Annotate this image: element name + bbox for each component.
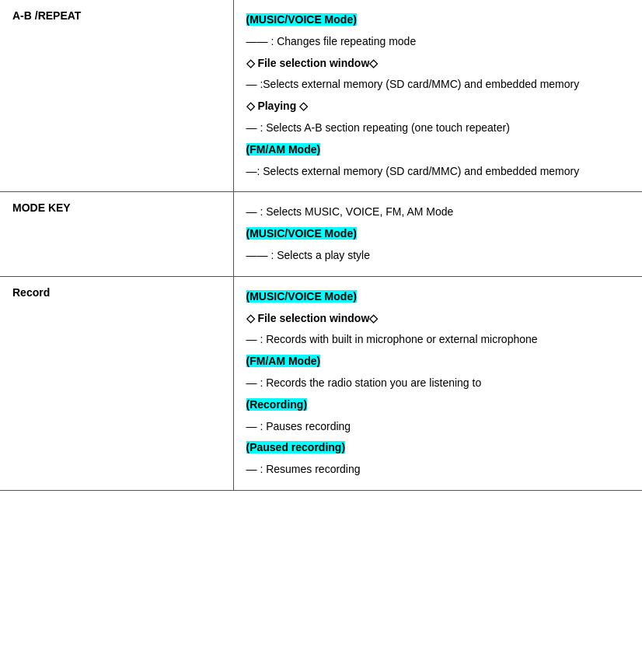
highlight-label: (MUSIC/VOICE Mode) [246,290,357,303]
row-label: Record [0,276,233,490]
content-line: — : Resumes recording [246,460,630,479]
content-line: ◇ Playing ◇ [246,97,630,116]
content-line: ◇ File selection window◇ [246,54,630,73]
row-content: (MUSIC/VOICE Mode)◇ File selection windo… [233,276,642,490]
content-line: — :Selects external memory (SD card/MMC)… [246,75,630,94]
table-row: MODE KEY— : Selects MUSIC, VOICE, FM, AM… [0,192,642,276]
content-line: —: Selects external memory (SD card/MMC)… [246,163,630,181]
content-line: —— : Selects a play style [246,247,630,265]
content-line: — : Records with built in microphone or … [246,331,630,349]
content-line: —— : Changes file repeating mode [246,33,630,51]
highlight-label: (Paused recording) [246,441,346,453]
content-line: — : Pauses recording [246,418,630,436]
highlight-label: (MUSIC/VOICE Mode) [246,227,357,240]
main-table: A-B /REPEAT(MUSIC/VOICE Mode)—— : Change… [0,0,642,491]
content-line: — : Selects MUSIC, VOICE, FM, AM Mode [246,203,630,222]
highlight-label: (MUSIC/VOICE Mode) [246,13,357,26]
content-line: — : Records the radio station you are li… [246,374,630,393]
content-line: ◇ File selection window◇ [246,310,630,328]
content-line: — : Selects A-B section repeating (one t… [246,119,630,138]
multiline-block: — : Records with built in microphone or … [246,331,630,349]
row-content: (MUSIC/VOICE Mode)—— : Changes file repe… [233,0,642,192]
row-content: — : Selects MUSIC, VOICE, FM, AM Mode(MU… [233,192,642,276]
multiline-block: —: Selects external memory (SD card/MMC)… [246,163,630,181]
highlight-label: (Recording) [246,398,308,411]
row-label: A-B /REPEAT [0,0,233,192]
table-row: A-B /REPEAT(MUSIC/VOICE Mode)—— : Change… [0,0,642,192]
row-label: MODE KEY [0,192,233,276]
multiline-block: — :Selects external memory (SD card/MMC)… [246,75,630,94]
table-row: Record(MUSIC/VOICE Mode)◇ File selection… [0,276,642,490]
highlight-label: (FM/AM Mode) [246,143,321,156]
highlight-label: (FM/AM Mode) [246,355,321,367]
